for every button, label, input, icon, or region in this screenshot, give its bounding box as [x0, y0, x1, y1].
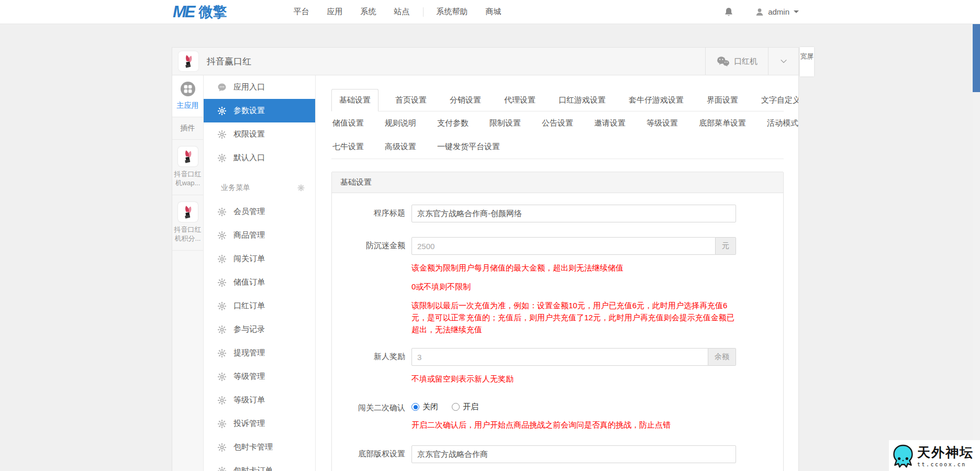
gear-icon[interactable] — [297, 184, 305, 192]
tab-agent-settings[interactable]: 代理设置 — [503, 89, 537, 111]
sidebar-item-default-entry[interactable]: 默认入口 — [204, 146, 315, 170]
rail-plugins-label: 插件 — [172, 117, 203, 140]
field-newbie-reward: 新人奖励 余额 不填或留空则表示新人无奖励 — [332, 348, 783, 385]
tab-rules[interactable]: 规则说明 — [384, 111, 417, 135]
tab-announcement-settings[interactable]: 公告设置 — [541, 111, 574, 135]
app-card: 抖音赢口红 口红机 主应用 插件 — [172, 47, 799, 471]
tab-cowboy-game-settings[interactable]: 套牛仔游戏设置 — [628, 89, 685, 111]
challenge-confirm-label: 闯关二次确认 — [332, 399, 411, 431]
radio-option-close[interactable]: 关闭 — [411, 402, 438, 412]
weiengine-logo[interactable]: ME 微擎 — [173, 3, 227, 21]
tab-payment-params[interactable]: 支付参数 — [436, 111, 470, 135]
newbie-reward-input[interactable] — [411, 348, 708, 366]
left-rail: 主应用 插件 抖音口红机wap... 抖音口红机积分... — [172, 75, 204, 471]
gear-icon — [217, 153, 227, 163]
account-name: 口红机 — [734, 57, 758, 66]
sidebar-item-level-orders[interactable]: 等级订单 — [204, 388, 315, 412]
logo-text: 微擎 — [199, 3, 227, 21]
topbar: ME 微擎 平台 应用 系统 站点 系统帮助 商城 admin — [0, 0, 980, 24]
unit-balance-addon: 余额 — [708, 348, 736, 366]
radio-checked-icon — [411, 403, 419, 411]
newbie-reward-label: 新人奖励 — [332, 348, 411, 385]
page-scrollbar[interactable] — [973, 24, 980, 471]
sidebar-menu: 应用入口 参数设置 权限设置 默认入口 业务菜单 会员 — [204, 75, 316, 471]
sidebar-item-participation-records[interactable]: 参与记录 — [204, 318, 315, 341]
gear-icon — [217, 419, 227, 429]
sidebar-item-parameter-settings[interactable]: 参数设置 — [204, 99, 315, 122]
nav-platform[interactable]: 平台 — [285, 7, 318, 17]
gear-icon — [217, 130, 227, 139]
app-grid-icon — [180, 81, 196, 97]
gear-icon — [217, 349, 227, 358]
user-icon — [755, 7, 764, 17]
unit-yuan-addon: 元 — [716, 237, 736, 255]
basic-settings-panel: 基础设置 程序标题 防沉迷金额 — [331, 172, 784, 471]
sidebar-item-lipstick-orders[interactable]: 口红订单 — [204, 294, 315, 318]
tab-activity-mode[interactable]: 活动模式 — [766, 111, 798, 135]
field-program-title: 程序标题 — [332, 205, 783, 222]
chevron-down-icon — [779, 57, 788, 66]
tab-recharge-settings[interactable]: 储值设置 — [331, 111, 365, 135]
tab-text-customization[interactable]: 文字自定义 — [760, 89, 798, 111]
program-title-input[interactable] — [411, 205, 736, 222]
sidebar-item-withdrawal-mgmt[interactable]: 提现管理 — [204, 341, 315, 365]
account-selector[interactable]: 口红机 — [705, 48, 768, 75]
gear-icon — [217, 466, 227, 471]
gear-icon — [217, 443, 227, 452]
notification-bell-icon[interactable] — [723, 7, 734, 17]
sidebar-item-timecard-orders[interactable]: 包时卡订单 — [204, 459, 315, 471]
field-challenge-confirm: 闯关二次确认 关闭 开启 — [332, 399, 783, 431]
field-anti-addiction: 防沉迷金额 元 该金额为限制用户每月储值的最大金额，超出则无法继续储值 0或不填… — [332, 237, 783, 335]
sidebar-item-member-mgmt[interactable]: 会员管理 — [204, 200, 315, 223]
tab-level-settings[interactable]: 等级设置 — [645, 111, 679, 135]
gear-icon — [217, 396, 227, 405]
tab-invite-settings[interactable]: 邀请设置 — [593, 111, 627, 135]
octopus-mascot-icon — [891, 444, 915, 471]
gear-icon — [217, 325, 227, 334]
screen: ME 微擎 平台 应用 系统 站点 系统帮助 商城 admin — [0, 0, 980, 471]
widescreen-toggle[interactable]: 宽屏 — [800, 47, 814, 76]
nav-system[interactable]: 系统 — [352, 7, 385, 17]
tab-basic-settings[interactable]: 基础设置 — [331, 89, 378, 111]
rail-plugin-points[interactable]: 抖音口红机积分... — [172, 195, 203, 251]
nav-apps[interactable]: 应用 — [318, 7, 352, 17]
tab-lipstick-game-settings[interactable]: 口红游戏设置 — [558, 89, 607, 111]
tab-distribution-settings[interactable]: 分销设置 — [449, 89, 482, 111]
gear-icon — [217, 372, 227, 382]
challenge-confirm-help: 开启二次确认后，用户开始点商品挑战之前会询问是否真的挑战，防止点错 — [411, 419, 736, 431]
tab-limit-settings[interactable]: 限制设置 — [488, 111, 522, 135]
collapse-button[interactable] — [768, 48, 798, 75]
sidebar-item-complaint-mgmt[interactable]: 投诉管理 — [204, 412, 315, 435]
copyright-input[interactable] — [411, 445, 736, 463]
sidebar-item-app-entry[interactable]: 应用入口 — [204, 75, 315, 99]
tab-home-settings[interactable]: 首页设置 — [394, 89, 428, 111]
tab-bottom-menu-settings[interactable]: 底部菜单设置 — [698, 111, 747, 135]
nav-help[interactable]: 系统帮助 — [428, 7, 477, 17]
rail-main-app[interactable]: 主应用 — [172, 75, 203, 117]
user-menu[interactable]: admin — [755, 7, 799, 17]
sidebar-item-product-mgmt[interactable]: 商品管理 — [204, 223, 315, 247]
gear-icon — [217, 254, 227, 264]
radio-unchecked-icon — [452, 403, 460, 411]
rail-plugin-wap[interactable]: 抖音口红机wap... — [172, 140, 203, 195]
anti-addiction-input[interactable] — [411, 237, 716, 255]
sidebar-item-permission-settings[interactable]: 权限设置 — [204, 122, 315, 146]
tab-qiniu-settings[interactable]: 七牛设置 — [331, 135, 365, 159]
scrollbar-thumb[interactable] — [973, 24, 980, 92]
watermark-title: 天外神坛 — [917, 444, 974, 461]
watermark: 天外神坛 tt.ccoox.cn — [889, 440, 980, 471]
tab-interface-settings[interactable]: 界面设置 — [706, 89, 739, 111]
tab-advanced-settings[interactable]: 高级设置 — [384, 135, 417, 159]
sidebar-item-challenge-orders[interactable]: 闯关订单 — [204, 247, 315, 271]
panel-title: 基础设置 — [332, 172, 783, 193]
tab-shipping-platform-settings[interactable]: 一键发货平台设置 — [436, 135, 501, 159]
nav-site[interactable]: 站点 — [385, 7, 419, 17]
anti-addiction-help-3: 该限制以最后一次充值为准，例如：设置金额10元，用户已充值6元，此时用户选择再充… — [411, 299, 736, 335]
rail-main-app-label: 主应用 — [172, 101, 203, 110]
caret-down-icon — [794, 10, 799, 13]
sidebar-item-timecard-mgmt[interactable]: 包时卡管理 — [204, 435, 315, 459]
nav-store[interactable]: 商城 — [477, 7, 510, 17]
sidebar-item-recharge-orders[interactable]: 储值订单 — [204, 271, 315, 294]
radio-option-open[interactable]: 开启 — [452, 402, 478, 412]
sidebar-item-level-mgmt[interactable]: 等级管理 — [204, 365, 315, 388]
